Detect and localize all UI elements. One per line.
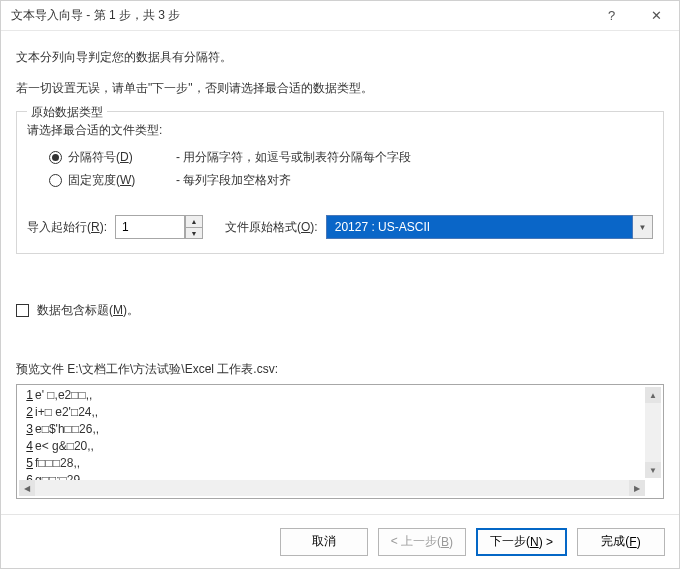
headers-checkbox-row[interactable]: 数据包含标题(M)。	[16, 302, 664, 319]
wizard-dialog: 文本导入向导 - 第 1 步，共 3 步 ? ✕ 文本分列向导判定您的数据具有分…	[0, 0, 680, 569]
cancel-button[interactable]: 取消	[280, 528, 368, 556]
next-button[interactable]: 下一步(N) >	[476, 528, 567, 556]
preview-line: 1e' □,e2□□,,	[19, 387, 645, 404]
close-button[interactable]: ✕	[634, 1, 679, 31]
start-row-label: 导入起始行(R):	[27, 219, 107, 236]
radio-fixed-row[interactable]: 固定宽度(W) - 每列字段加空格对齐	[49, 172, 653, 189]
radio-delimited-desc: - 用分隔字符，如逗号或制表符分隔每个字段	[176, 149, 411, 166]
radio-fixed-label: 固定宽度(W)	[68, 172, 168, 189]
file-type-prompt: 请选择最合适的文件类型:	[27, 122, 653, 139]
window-title: 文本导入向导 - 第 1 步，共 3 步	[11, 7, 589, 24]
scroll-right-icon[interactable]: ▶	[629, 480, 645, 496]
preview-content: 1e' □,e2□□,, 2i+□ e2'□24,, 3e□$'h□□26,, …	[19, 387, 645, 480]
preview-line: 2i+□ e2'□24,,	[19, 404, 645, 421]
scroll-up-icon[interactable]: ▲	[645, 387, 661, 403]
headers-checkbox[interactable]	[16, 304, 29, 317]
spinner-up-icon[interactable]: ▲	[185, 215, 203, 227]
intro-line-1: 文本分列向导判定您的数据具有分隔符。	[16, 49, 664, 66]
back-button[interactable]: < 上一步(B)	[378, 528, 466, 556]
intro-line-2: 若一切设置无误，请单击"下一步"，否则请选择最合适的数据类型。	[16, 80, 664, 97]
file-origin-value[interactable]: 20127 : US-ASCII	[326, 215, 633, 239]
scroll-left-icon[interactable]: ◀	[19, 480, 35, 496]
chevron-down-icon[interactable]: ▼	[633, 215, 653, 239]
radio-delimited-row[interactable]: 分隔符号(D) - 用分隔字符，如逗号或制表符分隔每个字段	[49, 149, 653, 166]
radio-dot-icon	[52, 154, 59, 161]
start-row-spinner[interactable]: ▲ ▼	[115, 215, 203, 239]
file-origin-label: 文件原始格式(O):	[225, 219, 318, 236]
spinner-down-icon[interactable]: ▼	[185, 227, 203, 239]
vertical-scrollbar[interactable]: ▲ ▼	[645, 387, 661, 478]
group-legend: 原始数据类型	[27, 104, 107, 121]
horizontal-scrollbar[interactable]: ◀ ▶	[19, 480, 645, 496]
preview-line: 5f□□□28,,	[19, 455, 645, 472]
scroll-down-icon[interactable]: ▼	[645, 462, 661, 478]
help-button[interactable]: ?	[589, 1, 634, 31]
start-row-input[interactable]	[115, 215, 185, 239]
button-bar: 取消 < 上一步(B) 下一步(N) > 完成(F)	[1, 514, 679, 568]
import-start-row: 导入起始行(R): ▲ ▼ 文件原始格式(O): 20127 : US-ASCI…	[27, 215, 653, 239]
original-data-type-group: 原始数据类型 请选择最合适的文件类型: 分隔符号(D) - 用分隔字符，如逗号或…	[16, 111, 664, 254]
preview-line: 4e< g&□20,,	[19, 438, 645, 455]
radio-delimited-label: 分隔符号(D)	[68, 149, 168, 166]
dialog-body: 文本分列向导判定您的数据具有分隔符。 若一切设置无误，请单击"下一步"，否则请选…	[1, 31, 679, 499]
finish-button[interactable]: 完成(F)	[577, 528, 665, 556]
preview-line: 3e□$'h□□26,,	[19, 421, 645, 438]
file-origin-select[interactable]: 20127 : US-ASCII ▼	[326, 215, 653, 239]
headers-checkbox-label: 数据包含标题(M)。	[37, 302, 139, 319]
preview-box: 1e' □,e2□□,, 2i+□ e2'□24,, 3e□$'h□□26,, …	[16, 384, 664, 499]
radio-fixed[interactable]	[49, 174, 62, 187]
title-bar: 文本导入向导 - 第 1 步，共 3 步 ? ✕	[1, 1, 679, 31]
preview-label: 预览文件 E:\文档工作\方法试验\Excel 工作表.csv:	[16, 361, 664, 378]
radio-delimited[interactable]	[49, 151, 62, 164]
preview-line: 6g□□:□29,,	[19, 472, 645, 480]
radio-fixed-desc: - 每列字段加空格对齐	[176, 172, 291, 189]
